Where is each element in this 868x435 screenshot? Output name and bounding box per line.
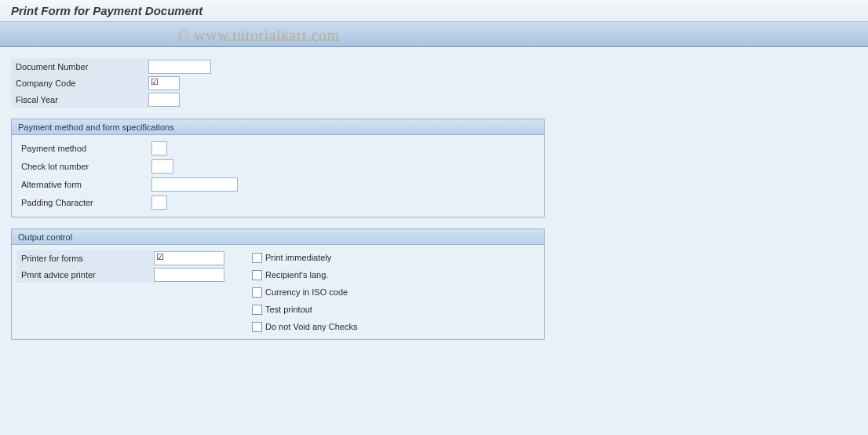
check-lot-field[interactable] [151,159,173,174]
checkbox-recipient-lang[interactable] [252,270,262,280]
label-company-code: Company Code [11,75,148,91]
cb-row-recipients-lang: Recipient's lang. [252,267,539,283]
row-printer-forms: Printer for forms ☑ [16,250,252,266]
row-fiscal-year: Fiscal Year [11,91,857,108]
cb-label: Do not Void any Checks [265,322,357,331]
label-padding-char: Padding Character [16,194,151,210]
alternative-form-field[interactable] [151,177,238,192]
output-checkboxes: Print immediately Recipient's lang. Curr… [252,250,539,334]
label-check-lot: Check lot number [16,158,151,174]
page-title: Print Form for Payment Document [11,4,202,17]
padding-char-field[interactable] [151,196,167,210]
cb-row-print-immediately: Print immediately [252,250,539,265]
label-advice-printer: Pmnt advice printer [16,266,154,283]
row-padding-char: Padding Character [16,194,539,210]
label-alternative-form: Alternative form [16,176,151,192]
content-area: Document Number Company Code ☑ Fiscal Ye… [0,47,868,351]
cb-label: Print immediately [265,253,331,262]
printer-forms-field[interactable] [154,251,224,265]
fiscal-year-field[interactable] [148,93,180,107]
label-payment-method: Payment method [16,140,151,156]
cb-row-no-void: Do not Void any Checks [252,319,539,334]
cb-label: Test printout [265,305,312,314]
row-alternative-form: Alternative form [16,176,539,192]
checkbox-print-immediately[interactable] [252,253,262,263]
row-check-lot: Check lot number [16,158,539,174]
cb-row-currency-iso: Currency in ISO code [252,284,539,300]
cb-row-test-printout: Test printout [252,302,539,317]
advice-printer-field[interactable] [154,268,224,282]
checkbox-no-void[interactable] [252,322,262,332]
group-title-payment: Payment method and form specifications [12,119,544,135]
cb-label: Recipient's lang. [265,270,328,280]
title-bar: Print Form for Payment Document [0,0,868,22]
checkbox-currency-iso[interactable] [252,287,262,298]
row-company-code: Company Code ☑ [11,75,857,91]
document-number-field[interactable] [148,60,211,74]
group-output-control: Output control Printer for forms ☑ Pmnt … [11,228,545,340]
toolbar [0,22,868,47]
label-document-number: Document Number [11,58,148,75]
row-document-number: Document Number [11,58,857,75]
label-fiscal-year: Fiscal Year [11,91,148,108]
company-code-field[interactable] [148,76,180,90]
checkbox-test-printout[interactable] [252,305,262,315]
group-title-output: Output control [12,229,544,245]
row-advice-printer: Pmnt advice printer [16,266,252,283]
row-payment-method: Payment method [16,140,539,156]
payment-method-field[interactable] [151,141,167,155]
label-printer-forms: Printer for forms [16,250,154,266]
group-payment-method: Payment method and form specifications P… [11,119,545,217]
cb-label: Currency in ISO code [265,287,348,297]
